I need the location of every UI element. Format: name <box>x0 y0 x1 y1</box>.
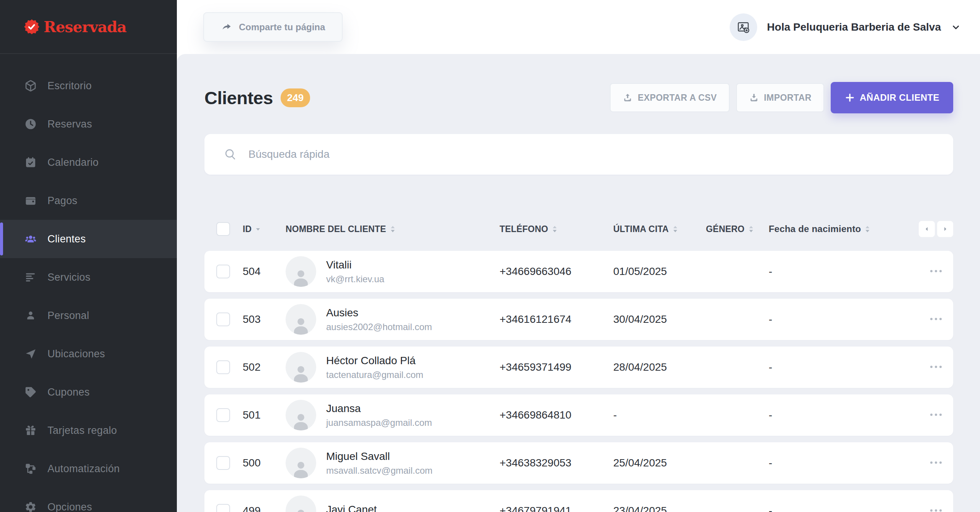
client-id: 503 <box>243 313 286 326</box>
row-actions-button[interactable] <box>924 455 948 471</box>
logo[interactable]: Reservada <box>0 0 177 54</box>
image-add-icon <box>730 13 757 41</box>
upload-icon <box>622 93 633 103</box>
column-label: ÚLTIMA CITA <box>613 224 669 234</box>
sidebar-item-automatizacion[interactable]: Automatización <box>0 450 177 488</box>
client-count-badge: 249 <box>281 88 310 107</box>
page-title: Clientes <box>204 87 273 108</box>
download-icon <box>749 93 759 103</box>
app-window: Reservada EscritorioReservasCalendarioPa… <box>0 0 980 512</box>
topbar: Comparte tu página Hola Peluqueria Barbe… <box>177 0 980 54</box>
sidebar-item-clientes[interactable]: Clientes <box>0 220 177 258</box>
column-header-6[interactable]: Fecha de nacimiento <box>769 224 919 234</box>
ellipsis-icon <box>929 412 942 418</box>
client-birth-date: - <box>769 409 919 421</box>
column-header-1[interactable]: ID <box>243 224 286 234</box>
column-header-3[interactable]: TELÉFONO <box>500 224 613 234</box>
column-header-2[interactable]: NOMBRE DEL CLIENTE <box>286 224 500 234</box>
sidebar-item-personal[interactable]: Personal <box>0 296 177 335</box>
sidebar-item-tarjetas-regalo[interactable]: Tarjetas regalo <box>0 411 177 450</box>
search-input[interactable] <box>248 148 938 160</box>
client-birth-date: - <box>769 313 919 326</box>
client-avatar <box>286 304 316 335</box>
sidebar-item-pagos[interactable]: Pagos <box>0 182 177 220</box>
row-checkbox[interactable] <box>216 312 230 326</box>
sidebar-item-label: Cupones <box>47 386 90 398</box>
client-last-appointment: 25/04/2025 <box>613 457 706 469</box>
client-id: 501 <box>243 409 286 421</box>
plus-icon <box>844 92 855 103</box>
table-row[interactable]: 502Héctor Collado Plátactenatura@gmail.c… <box>204 347 953 388</box>
sidebar-item-calendario[interactable]: Calendario <box>0 143 177 182</box>
sidebar-item-label: Pagos <box>47 195 77 207</box>
column-label: ID <box>243 224 252 234</box>
client-avatar <box>286 448 316 478</box>
sidebar-item-ubicaciones[interactable]: Ubicaciones <box>0 335 177 373</box>
client-birth-date: - <box>769 505 919 512</box>
client-name: Vitalii <box>326 259 384 271</box>
client-avatar <box>286 352 316 383</box>
sidebar-item-label: Personal <box>47 310 89 322</box>
table-row[interactable]: 501Juansajuansamaspa@gmail.com+346698648… <box>204 394 953 436</box>
ellipsis-icon <box>929 460 942 466</box>
sidebar-item-servicios[interactable]: Servicios <box>0 258 177 296</box>
row-actions-button[interactable] <box>924 407 948 424</box>
sidebar-item-label: Servicios <box>47 272 90 283</box>
user-menu[interactable]: Hola Peluqueria Barberia de Salva <box>730 13 961 41</box>
export-csv-button[interactable]: EXPORTAR A CSV <box>610 83 730 112</box>
sidebar-item-cupones[interactable]: Cupones <box>0 373 177 411</box>
client-phone: +34679791941 <box>500 505 613 512</box>
column-header-5[interactable]: GÉNERO <box>706 224 769 234</box>
client-avatar <box>286 256 316 287</box>
table-row[interactable]: 503Ausiesausies2002@hotmail.com+34616121… <box>204 299 953 340</box>
sort-down-icon <box>255 226 261 233</box>
share-page-button[interactable]: Comparte tu página <box>203 12 343 42</box>
sidebar-item-label: Clientes <box>47 233 86 245</box>
row-actions-button[interactable] <box>924 311 948 328</box>
sidebar-item-escritorio[interactable]: Escritorio <box>0 67 177 105</box>
client-avatar <box>286 496 316 512</box>
client-email: tactenatura@gmail.com <box>326 370 423 380</box>
table-row[interactable]: 500Miguel Savallmsavall.satcv@gmail.com+… <box>204 442 953 484</box>
column-pager-prev-button[interactable] <box>919 221 935 237</box>
row-actions-button[interactable] <box>924 503 948 512</box>
ellipsis-icon <box>929 365 942 370</box>
clients-page: Clientes 249 EXPORTAR A CSV IMPOR <box>177 54 980 512</box>
client-avatar <box>286 400 316 430</box>
client-name: Miguel Savall <box>326 450 433 463</box>
row-checkbox[interactable] <box>216 456 230 470</box>
sidebar-item-opciones[interactable]: Opciones <box>0 488 177 512</box>
column-label: NOMBRE DEL CLIENTE <box>286 224 386 234</box>
select-all-checkbox[interactable] <box>216 222 230 236</box>
sidebar-item-label: Automatización <box>47 463 120 475</box>
column-pager-next-button[interactable] <box>937 221 953 237</box>
column-header-4[interactable]: ÚLTIMA CITA <box>613 224 706 234</box>
table-row[interactable]: 504Vitaliivk@rrt.kiev.ua+3466966304601/0… <box>204 251 953 292</box>
row-checkbox[interactable] <box>216 504 230 512</box>
services-icon <box>24 271 37 283</box>
search-icon <box>224 148 237 161</box>
import-button[interactable]: IMPORTAR <box>736 83 824 112</box>
page-header: Clientes 249 EXPORTAR A CSV IMPOR <box>204 82 953 113</box>
row-actions-button[interactable] <box>924 359 948 376</box>
client-phone: +34616121674 <box>500 313 613 326</box>
row-checkbox[interactable] <box>216 265 230 278</box>
add-client-button[interactable]: AÑADIR CLIENTE <box>831 82 953 113</box>
page-actions: EXPORTAR A CSV IMPORTAR AÑADIR CLIENTE <box>610 82 953 113</box>
row-checkbox[interactable] <box>216 408 230 422</box>
sort-updown-icon <box>673 226 678 233</box>
client-last-appointment: 30/04/2025 <box>613 313 706 326</box>
client-phone: +34638329053 <box>500 457 613 469</box>
table-row[interactable]: 499Javi Canet+3467979194123/04/2025- <box>204 490 953 512</box>
row-actions-button[interactable] <box>924 263 948 280</box>
sidebar-item-label: Calendario <box>47 157 99 168</box>
column-label: GÉNERO <box>706 224 745 234</box>
automation-icon <box>24 463 37 475</box>
row-checkbox[interactable] <box>216 360 230 374</box>
chevron-down-icon <box>951 22 961 32</box>
user-name: Hola Peluqueria Barberia de Salva <box>767 21 941 33</box>
sidebar-item-reservas[interactable]: Reservas <box>0 105 177 143</box>
import-label: IMPORTAR <box>764 93 812 103</box>
client-id: 502 <box>243 361 286 373</box>
client-phone: +34669663046 <box>500 265 613 278</box>
